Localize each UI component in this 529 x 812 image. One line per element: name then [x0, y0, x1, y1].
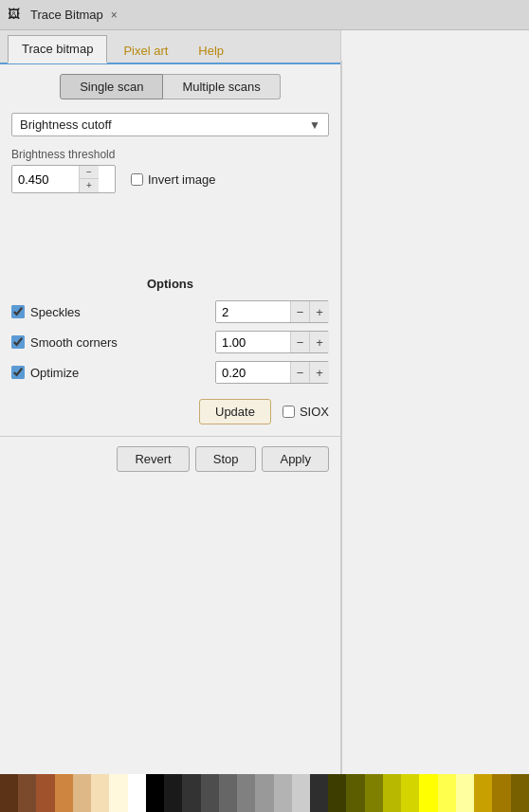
trace-bitmap-icon: 🖼: [8, 7, 25, 24]
siox-checkbox[interactable]: [283, 406, 295, 418]
color-swatch-9[interactable]: [164, 774, 182, 812]
speckles-input-row: − +: [215, 300, 329, 323]
optimize-input[interactable]: [216, 363, 290, 383]
optimize-decrement-button[interactable]: −: [291, 362, 310, 383]
tab-trace-bitmap[interactable]: Trace bitmap: [8, 35, 107, 63]
speckles-label: Speckles: [30, 305, 215, 319]
optimize-increment-button[interactable]: +: [310, 362, 329, 383]
options-section: Options Speckles − + Smooth corners: [0, 277, 340, 384]
color-swatch-3[interactable]: [55, 774, 73, 812]
siox-row: SIOX: [283, 405, 329, 419]
main-panel: Trace bitmap Pixel art Help Single scan …: [0, 30, 341, 774]
color-swatch-24[interactable]: [438, 774, 456, 812]
brightness-threshold-label: Brightness threshold: [11, 148, 329, 161]
invert-image-checkbox[interactable]: [131, 173, 143, 186]
speckles-row: Speckles − +: [11, 300, 329, 323]
mode-dropdown[interactable]: Brightness cutoff ▼: [11, 113, 329, 136]
brightness-section: Brightness threshold − + Invert image: [0, 144, 340, 201]
multiple-scans-button[interactable]: Multiple scans: [163, 74, 280, 99]
color-swatch-27[interactable]: [492, 774, 510, 812]
smooth-corners-steppers: − +: [290, 332, 329, 352]
color-swatch-11[interactable]: [201, 774, 219, 812]
color-swatch-1[interactable]: [18, 774, 36, 812]
color-swatch-28[interactable]: [511, 774, 529, 812]
color-swatch-16[interactable]: [292, 774, 310, 812]
smooth-corners-input-row: − +: [215, 331, 329, 353]
smooth-corners-label: Smooth corners: [30, 335, 215, 350]
optimize-input-row: − +: [215, 361, 329, 384]
revert-button[interactable]: Revert: [117, 446, 189, 472]
tab-pixel-art[interactable]: Pixel art: [109, 37, 182, 63]
speckles-checkbox[interactable]: [11, 305, 25, 318]
smooth-corners-increment-button[interactable]: +: [310, 332, 329, 352]
single-scan-button[interactable]: Single scan: [60, 74, 163, 99]
speckles-increment-button[interactable]: +: [310, 301, 329, 322]
dropdown-value: Brightness cutoff: [20, 117, 112, 132]
apply-button[interactable]: Apply: [262, 446, 329, 472]
panel-divider: [341, 61, 342, 804]
color-swatch-25[interactable]: [456, 774, 474, 812]
color-swatch-20[interactable]: [365, 774, 383, 812]
speckles-input[interactable]: [216, 302, 290, 322]
optimize-steppers: − +: [290, 362, 329, 383]
title-bar-text: Trace Bitmap: [30, 8, 103, 22]
color-swatch-23[interactable]: [419, 774, 437, 812]
color-swatch-5[interactable]: [91, 774, 109, 812]
update-button[interactable]: Update: [199, 399, 271, 424]
invert-image-label: Invert image: [148, 172, 216, 187]
right-panel: [341, 30, 529, 774]
brightness-decrement-button[interactable]: −: [80, 166, 99, 179]
spacer: [0, 201, 340, 277]
smooth-corners-input[interactable]: [216, 333, 290, 352]
smooth-corners-checkbox[interactable]: [11, 335, 25, 349]
siox-label: SIOX: [300, 405, 329, 419]
close-button[interactable]: ×: [111, 9, 118, 22]
scan-button-group: Single scan Multiple scans: [0, 64, 340, 109]
smooth-corners-decrement-button[interactable]: −: [291, 332, 310, 352]
smooth-corners-row: Smooth corners − +: [11, 331, 329, 353]
tab-bar: Trace bitmap Pixel art Help: [0, 30, 340, 64]
brightness-input-row: − +: [11, 165, 116, 193]
invert-row: Invert image: [131, 172, 216, 187]
title-bar: 🖼 Trace Bitmap ×: [0, 0, 529, 30]
color-swatch-10[interactable]: [182, 774, 200, 812]
color-swatch-4[interactable]: [73, 774, 91, 812]
color-swatch-0[interactable]: [0, 774, 18, 812]
dropdown-row: Brightness cutoff ▼: [0, 109, 340, 144]
optimize-label: Optimize: [30, 366, 215, 380]
color-swatch-15[interactable]: [274, 774, 292, 812]
speckles-steppers: − +: [290, 301, 329, 322]
color-swatch-2[interactable]: [36, 774, 54, 812]
buttons-row: Revert Stop Apply: [0, 441, 340, 478]
color-swatch-8[interactable]: [146, 774, 164, 812]
brightness-increment-button[interactable]: +: [80, 179, 99, 192]
color-swatch-19[interactable]: [346, 774, 364, 812]
brightness-steppers: − +: [79, 166, 99, 192]
color-swatch-21[interactable]: [383, 774, 401, 812]
tab-help[interactable]: Help: [184, 37, 238, 63]
color-swatch-17[interactable]: [310, 774, 328, 812]
update-action-row: Update SIOX: [0, 391, 340, 432]
color-swatch-22[interactable]: [401, 774, 419, 812]
color-swatch-13[interactable]: [237, 774, 255, 812]
speckles-decrement-button[interactable]: −: [291, 301, 310, 322]
color-bar: [0, 774, 529, 812]
color-swatch-26[interactable]: [474, 774, 492, 812]
color-swatch-6[interactable]: [109, 774, 127, 812]
color-swatch-7[interactable]: [128, 774, 146, 812]
optimize-checkbox[interactable]: [11, 366, 25, 379]
chevron-down-icon: ▼: [309, 118, 320, 132]
brightness-input[interactable]: [12, 170, 79, 189]
color-swatch-18[interactable]: [328, 774, 346, 812]
options-title: Options: [11, 277, 329, 291]
color-swatch-12[interactable]: [219, 774, 237, 812]
color-swatch-14[interactable]: [255, 774, 273, 812]
optimize-row: Optimize − +: [11, 361, 329, 384]
stop-button[interactable]: Stop: [195, 446, 257, 472]
